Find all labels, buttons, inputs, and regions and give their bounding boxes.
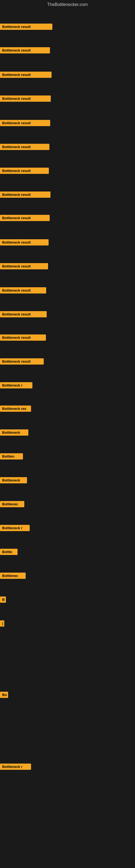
bottleneck-result-item: Bottleneck res (0, 405, 31, 412)
bottleneck-result-item: Bottleneck result (0, 191, 50, 198)
bottleneck-result-item: Bottleneck result (0, 358, 44, 365)
bottleneck-result-item: Bottleneck result (0, 311, 47, 317)
bottleneck-result-item: Bottleneck (0, 477, 27, 484)
bottleneck-result-item: Bottleneck result (0, 144, 49, 150)
bottleneck-result-item: Bottleneck r (0, 382, 32, 389)
bottleneck-result-item: Bottlenec (0, 501, 24, 507)
bottleneck-result-item: Bottleneck result (0, 287, 46, 293)
bottleneck-result-item: | (0, 620, 4, 627)
bottleneck-result-item: B (0, 596, 6, 603)
bottleneck-result-item: Bottlen (0, 453, 23, 460)
bottleneck-result-item: Bottleneck result (0, 47, 50, 54)
bottleneck-result-item: Bottleneck (0, 429, 28, 436)
bottleneck-result-item: Bottleneck result (0, 335, 46, 341)
bottleneck-result-item: Bottlenec (0, 572, 26, 579)
bottleneck-result-item: Bottleneck result (0, 263, 48, 269)
site-title: TheBottlenecker.com (0, 0, 135, 8)
bottleneck-result-item: Bottleneck result (0, 24, 52, 30)
bottleneck-result-item: Bottleneck result (0, 120, 50, 126)
bottleneck-result-item: Bo (0, 692, 8, 698)
bottleneck-result-item: Bottleneck result (0, 239, 49, 246)
bottleneck-result-item: Bottleneck r (0, 525, 30, 531)
bottleneck-result-item: Bottleneck r (0, 764, 31, 770)
bottleneck-result-item: Bottleneck result (0, 215, 50, 221)
bottleneck-result-item: Bottleneck result (0, 72, 52, 78)
bottleneck-result-item: Bottleneck result (0, 167, 49, 174)
bottleneck-result-item: Bottle (0, 549, 17, 555)
bottleneck-result-item: Bottleneck result (0, 95, 51, 102)
